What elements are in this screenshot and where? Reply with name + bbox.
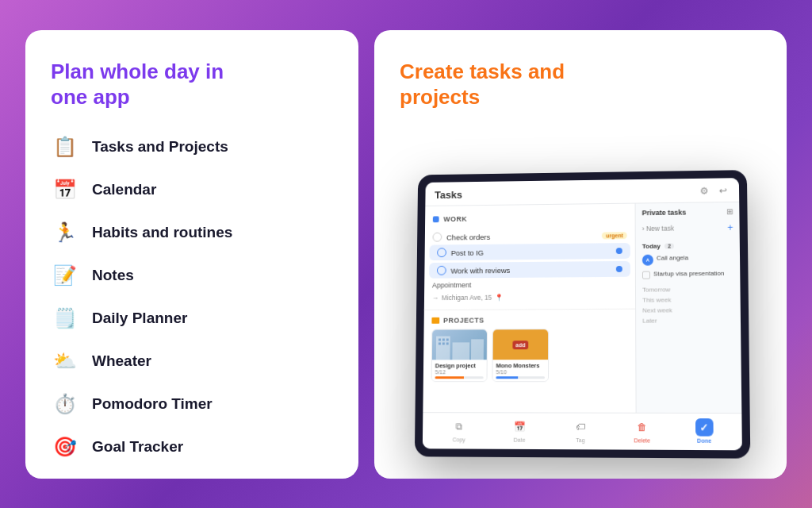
done-icon: ✓	[695, 418, 714, 437]
appointment-title: Appointment	[432, 281, 471, 289]
win	[442, 338, 445, 341]
app-bottom-nav: ⧉ Copy 📅 Date 🏷 Tag 🗑	[423, 412, 742, 450]
right-heading: Create tasks and projects	[400, 59, 761, 110]
project-thumb-monsters: add	[493, 329, 549, 360]
feature-label-weather: Wheater	[92, 352, 151, 370]
app-header: Tasks ⚙ ↩	[425, 178, 739, 206]
project-card-monsters: add Mono Monsters 5/10	[492, 329, 549, 382]
pomodoro-icon: ⏱️	[51, 390, 79, 418]
calendar-icon: 📅	[51, 175, 79, 204]
feature-label-daily-planner: Daily Planner	[92, 310, 187, 327]
projects-header: PROJECTS	[431, 315, 627, 324]
building-2	[452, 342, 469, 360]
task-checkbox-check-orders	[433, 232, 442, 241]
nav-item-tag[interactable]: 🏷 Tag	[572, 418, 589, 443]
projects-section: PROJECTS	[423, 312, 636, 385]
notes-icon: 📝	[51, 261, 79, 290]
nav-item-date[interactable]: 📅 Date	[511, 418, 528, 442]
delete-icon: 🗑	[633, 418, 650, 435]
window-grid-1	[436, 336, 450, 347]
feature-label-tasks: Tasks and Projects	[92, 138, 228, 156]
feature-item-tasks: 📋 Tasks and Projects	[51, 133, 333, 161]
win	[439, 342, 441, 344]
feature-label-calendar: Calendar	[92, 181, 156, 198]
feature-item-habits: 🏃 Habits and routines	[51, 218, 333, 247]
building-3	[471, 339, 484, 360]
private-expand-icon: ⊞	[726, 206, 733, 215]
feature-item-weather: ⛅ Wheater	[51, 347, 333, 375]
project-name-design: Design project	[435, 362, 484, 369]
private-header: Private tasks ⊞	[642, 206, 733, 216]
feature-label-goal-tracker: Goal Tracker	[92, 438, 183, 456]
task-indicator-work-reviews	[616, 265, 622, 271]
nav-label-done: Done	[697, 437, 711, 443]
progress-bar-monsters	[496, 376, 545, 379]
task-text-call-angela: Call angela	[657, 254, 688, 263]
right-panel: Create tasks and projects Tasks ⚙ ↩	[374, 30, 787, 479]
nav-item-copy[interactable]: ⧉ Copy	[450, 418, 468, 442]
future-sections: Tomorrow This week Next week Later	[642, 281, 734, 328]
task-indicator-post-ig	[616, 248, 622, 254]
task-checkbox-post-ig	[437, 248, 446, 257]
work-section-title: WORK	[443, 214, 467, 222]
feature-label-notes: Notes	[92, 267, 134, 284]
nav-label-tag: Tag	[576, 437, 584, 443]
win	[446, 342, 449, 344]
task-text-startup-visa: Startup visa presentation	[653, 269, 725, 278]
divider	[424, 308, 635, 310]
projects-title: PROJECTS	[443, 316, 485, 324]
feature-item-goal-tracker: 🎯 Goal Tracker	[51, 433, 333, 461]
feature-label-habits: Habits and routines	[92, 224, 232, 241]
task-avatar-angela: A	[642, 254, 653, 265]
task-row-post-ig: Post to IG	[429, 243, 630, 260]
feature-list: 📋 Tasks and Projects 📅 Calendar 🏃 Habits…	[51, 133, 333, 461]
progress-bar-design	[435, 376, 484, 379]
work-dot	[433, 216, 439, 222]
tasks-projects-icon: 📋	[51, 133, 79, 161]
appointment-row: Appointment	[424, 276, 635, 292]
close-icon: ↩	[717, 184, 730, 197]
feature-item-pomodoro: ⏱️ Pomodoro Timer	[51, 390, 333, 418]
task-row-work-reviews: Work with reviews	[429, 260, 630, 278]
new-task-row[interactable]: › New task +	[642, 220, 733, 235]
tablet-mockup: Tasks ⚙ ↩ WORK	[415, 170, 750, 459]
win	[442, 342, 445, 344]
nav-label-copy: Copy	[453, 437, 465, 442]
task-text-work-reviews: Work with reviews	[450, 264, 611, 275]
tomorrow-label: Tomorrow	[642, 283, 733, 294]
app-header-icons: ⚙ ↩	[698, 184, 730, 197]
this-week-label: This week	[642, 294, 734, 305]
task-badge-urgent: urgent	[602, 231, 627, 238]
add-task-button[interactable]: +	[727, 222, 733, 232]
left-panel: Plan whole day in one app 📋 Tasks and Pr…	[25, 30, 358, 479]
private-panel: Private tasks ⊞ › New task + Today 2	[636, 202, 742, 412]
work-section-header: WORK	[425, 210, 635, 226]
nav-item-done[interactable]: ✓ Done	[695, 418, 714, 444]
folder-icon	[431, 317, 439, 323]
win	[439, 338, 441, 341]
settings-icon: ⚙	[698, 184, 710, 197]
tablet-screen: Tasks ⚙ ↩ WORK	[423, 178, 742, 450]
project-card-design: Design project 5/12	[431, 329, 488, 382]
tag-icon: 🏷	[572, 418, 589, 435]
project-progress-monsters: 5/10	[496, 369, 545, 375]
project-thumb-design	[432, 329, 487, 360]
nav-item-delete[interactable]: 🗑 Delete	[633, 418, 650, 443]
habits-icon: 🏃	[51, 218, 79, 247]
nav-label-delete: Delete	[634, 437, 650, 443]
project-info-monsters: Mono Monsters 5/10	[492, 360, 548, 381]
building-1	[436, 336, 450, 360]
appointment-location: → Michigan Ave, 15 📍	[424, 291, 635, 306]
win	[446, 338, 449, 341]
private-task-startup-visa: Startup visa presentation	[642, 267, 733, 280]
location-pin-icon: 📍	[495, 293, 504, 301]
feature-item-daily-planner: 🗒️ Daily Planner	[51, 304, 333, 333]
app-header-title: Tasks	[435, 188, 462, 200]
today-count-badge: 2	[665, 243, 674, 248]
next-week-label: Next week	[642, 304, 734, 315]
new-task-label: › New task	[642, 223, 725, 232]
task-text-check-orders: Check orders	[446, 231, 597, 241]
later-label: Later	[642, 315, 734, 326]
daily-planner-icon: 🗒️	[51, 304, 79, 333]
app-content: Tasks ⚙ ↩ WORK	[423, 178, 742, 450]
